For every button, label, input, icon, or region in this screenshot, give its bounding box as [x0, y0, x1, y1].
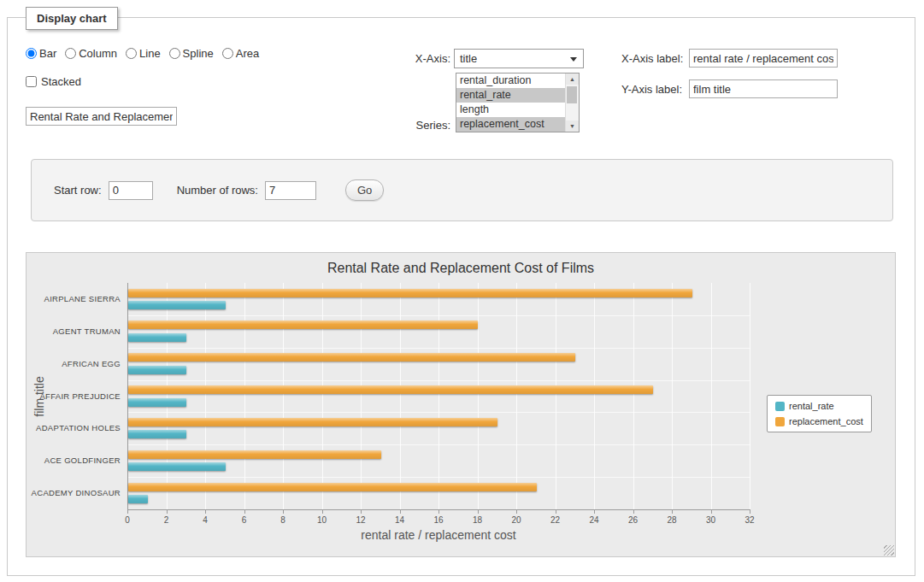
legend-label: replacement_cost [789, 416, 863, 426]
category-label: ACADEMY DINOSAUR [26, 488, 121, 497]
gridline [556, 283, 556, 509]
category-label: AGENT TRUMAN [26, 326, 121, 336]
tick-mark [438, 510, 439, 514]
chevron-down-icon [570, 57, 577, 62]
chart-title-input[interactable] [26, 107, 177, 126]
bar-rental_rate [128, 430, 186, 438]
chart-title: Rental Rate and Replacement Cost of Film… [26, 261, 895, 276]
series-option-replacement_cost[interactable]: replacement_cost [456, 117, 566, 132]
chart-type-option-line: Line [126, 47, 161, 60]
tick-mark [516, 510, 517, 514]
x-tick-label: 22 [543, 515, 568, 525]
chart-type-radio-group: BarColumnLineSplineArea [26, 47, 259, 60]
rows-panel: Start row: Number of rows: Go [31, 159, 893, 221]
bar-rental_rate [128, 333, 186, 342]
x-tick-label: 2 [154, 515, 180, 525]
tick-mark [361, 510, 362, 514]
gridline [128, 477, 750, 478]
chart-type-radio-line[interactable] [126, 48, 137, 59]
legend-item-replacement_cost[interactable]: replacement_cost [775, 416, 863, 426]
x-axis-label-input[interactable] [689, 49, 838, 68]
chart-type-option-spline: Spline [169, 47, 214, 60]
x-tick-label: 28 [659, 515, 685, 525]
x-tick-label: 14 [387, 515, 413, 525]
series-option-rental_duration[interactable]: rental_duration [456, 73, 566, 88]
tick-mark [672, 510, 673, 514]
bar-rental_rate [128, 495, 148, 503]
scroll-up-icon[interactable]: ▲ [566, 73, 579, 85]
y-axis-label-input[interactable] [689, 79, 838, 98]
tick-mark [244, 510, 245, 514]
go-button[interactable]: Go [345, 179, 384, 201]
gridline [750, 283, 750, 509]
x-axis-select-value: title [460, 52, 477, 65]
legend-swatch [775, 417, 785, 426]
series-option-length[interactable]: length [456, 103, 566, 117]
chart-type-label: Spline [183, 47, 214, 60]
tick-mark [750, 510, 750, 514]
legend-swatch [775, 402, 785, 411]
category-label: AFRICAN EGG [26, 359, 121, 368]
tick-mark [633, 510, 634, 514]
gridline [361, 283, 362, 509]
x-tick-label: 6 [232, 515, 257, 525]
tick-mark [711, 510, 712, 514]
gridline [128, 444, 750, 445]
series-multiselect[interactable]: rental_durationrental_ratelengthreplacem… [456, 73, 580, 132]
tick-mark [205, 510, 206, 514]
x-tick-label: 4 [192, 515, 218, 525]
scroll-down-icon[interactable]: ▼ [566, 121, 579, 132]
tick-mark [556, 510, 556, 514]
bar-rental_rate [128, 366, 186, 374]
bar-replacement_cost [128, 385, 653, 394]
stacked-checkbox[interactable] [26, 76, 37, 87]
bar-rental_rate [128, 398, 186, 407]
gridline [478, 283, 479, 509]
chart-type-option-bar: Bar [26, 47, 56, 60]
legend-label: rental_rate [789, 401, 834, 411]
gridline [711, 283, 712, 509]
chart-type-radio-area[interactable] [222, 48, 233, 59]
chart-panel: Rental Rate and Replacement Cost of Film… [26, 252, 896, 557]
x-tick-label: 32 [737, 515, 762, 525]
gridline [128, 380, 750, 381]
x-axis-label-caption: X-Axis label: [621, 52, 683, 65]
gridline [283, 283, 284, 509]
series-select-label: Series: [389, 119, 450, 132]
bar-replacement_cost [128, 483, 537, 491]
scrollbar[interactable]: ▲ ▼ [565, 73, 579, 132]
chart-type-radio-bar[interactable] [26, 48, 37, 59]
gridline [516, 283, 517, 509]
chart-type-radio-column[interactable] [65, 48, 76, 59]
x-tick-label: 30 [698, 515, 724, 525]
legend-item-rental_rate[interactable]: rental_rate [775, 401, 863, 411]
chart-type-option-column: Column [65, 47, 117, 60]
chart-type-option-area: Area [222, 47, 259, 60]
tick-mark [478, 510, 479, 514]
category-label: ADAPTATION HOLES [26, 423, 121, 432]
tick-mark [594, 510, 595, 514]
gridline [322, 283, 323, 509]
gridline [128, 412, 750, 413]
bar-replacement_cost [128, 450, 381, 459]
series-option-rental_rate[interactable]: rental_rate [456, 88, 566, 103]
gridline [400, 283, 401, 509]
gridline [672, 283, 673, 509]
tick-mark [167, 510, 168, 514]
x-tick-label: 18 [465, 515, 491, 525]
fieldset-legend-label: Display chart [37, 12, 107, 25]
bar-rental_rate [128, 301, 226, 309]
chart-type-radio-spline[interactable] [169, 48, 180, 59]
gridline [128, 315, 750, 316]
gridline [167, 283, 168, 509]
number-of-rows-input[interactable] [265, 181, 316, 200]
stacked-row: Stacked [26, 75, 81, 88]
gridline [128, 348, 750, 349]
x-axis-select[interactable]: title [454, 49, 584, 68]
scrollbar-thumb[interactable] [567, 86, 577, 103]
bar-replacement_cost [128, 353, 575, 362]
x-tick-label: 10 [309, 515, 335, 525]
gridline [594, 283, 595, 509]
start-row-input[interactable] [109, 181, 153, 200]
resize-handle-icon[interactable] [884, 545, 894, 556]
